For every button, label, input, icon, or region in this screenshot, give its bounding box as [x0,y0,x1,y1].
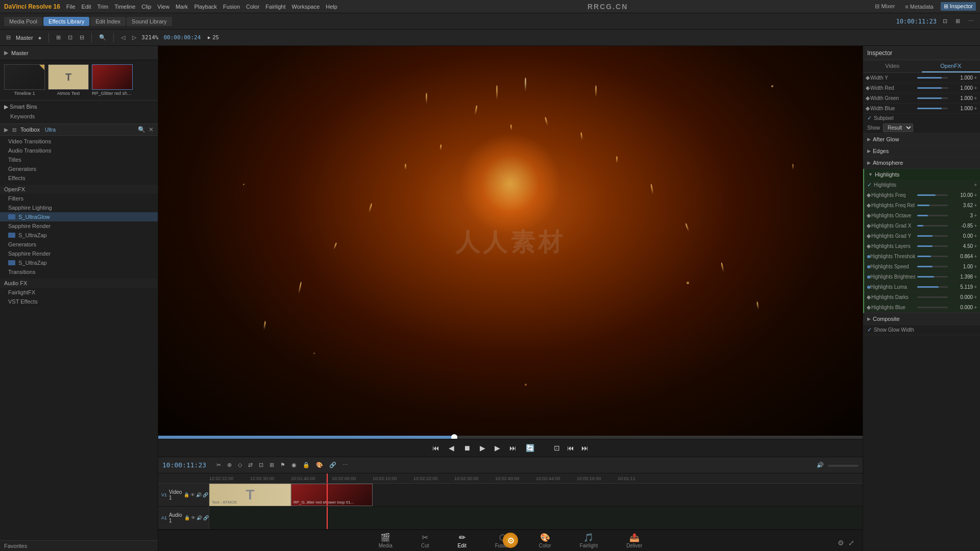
toolbox-s-ultraglow[interactable]: S_UltraGlow [0,212,158,221]
hfreq-add[interactable]: + [974,192,977,198]
tl-vol-slider[interactable] [828,465,859,467]
settings-icon-bottom[interactable]: ⚙ [838,539,844,547]
toolbox-fairlightfx[interactable]: FairlightFX [0,288,158,297]
smart-bins-keywords[interactable]: Keywords [4,112,154,120]
video-clip[interactable]: RP_G..litter red shower loop 01... [291,484,373,506]
hgrady-add[interactable]: + [974,233,977,239]
toolbox-sapphire-render[interactable]: Sapphire Render [0,221,158,231]
hluma-slider[interactable] [917,286,948,288]
v-eye-btn[interactable]: 👁 [190,492,195,497]
hbright-add[interactable]: + [974,274,977,280]
toolbox-video-transitions[interactable]: Video Transitions [0,137,158,146]
toolbox-audio-transitions[interactable]: Audio Transitions [0,146,158,155]
next-clip-btn[interactable]: ⏭ [579,443,591,453]
hgradx-slider[interactable] [917,225,948,227]
hoct-add[interactable]: + [974,213,977,218]
toolbox-transitions[interactable]: Transitions [0,267,158,277]
toolbox-openfx-title[interactable]: OpenFX [0,185,158,194]
edges-header[interactable]: ▶ Edges [863,145,980,157]
width-y-slider[interactable] [917,77,948,79]
tl-blade-btn[interactable]: ◇ [236,461,244,469]
hfreqx-add[interactable]: + [974,203,977,208]
nav-media[interactable]: 🎬 Media [364,531,407,550]
split-view-btn[interactable]: ⊞ [953,17,962,26]
hlayers-slider[interactable] [917,245,948,247]
loop-btn[interactable]: 🔄 [524,443,536,453]
tl-move-btn[interactable]: ⊡ [257,461,265,469]
hthresh-slider[interactable] [917,256,948,257]
arrow-left[interactable]: ◁ [119,33,127,42]
tl-swap-btn[interactable]: ⇄ [246,461,255,469]
prev-frame-btn[interactable]: ◀ [447,443,456,453]
arrow-right[interactable]: ▷ [130,33,138,42]
skip-to-start-btn[interactable]: ⏮ [430,443,442,453]
hfreqx-slider[interactable] [917,205,948,206]
toolbox-generators[interactable]: Generators [0,164,158,173]
nav-cut[interactable]: ✂ Cut [407,531,444,550]
menu-fairlight[interactable]: Fairlight [265,4,285,10]
hbright-slider[interactable] [917,276,948,278]
layout-btn-2[interactable]: ⊡ [66,33,75,42]
hdarks-add[interactable]: + [974,294,977,300]
tl-link-btn[interactable]: 🔗 [327,461,338,469]
a-lock-btn[interactable]: 🔒 [184,515,190,520]
after-glow-header[interactable]: ▶ After Glow [863,134,980,145]
v-link-btn[interactable]: 🔗 [203,492,208,497]
hgradx-add[interactable]: + [974,223,977,229]
hblue-add[interactable]: + [974,305,977,310]
play-btn[interactable]: ▶ [478,443,487,453]
video-preview[interactable]: 人人素材 [158,46,863,439]
text-clip[interactable]: T Text - ATMOS [209,484,291,506]
video-track-content[interactable]: T Text - ATMOS RP_G..litter red shower l… [209,484,863,506]
width-blue-add[interactable]: + [974,106,977,111]
hlayers-add[interactable]: + [974,243,977,249]
toolbox-effects[interactable]: Effects [0,173,158,183]
tl-flag-btn[interactable]: ⚑ [278,461,287,469]
highlights-add[interactable]: + [974,182,977,188]
hthresh-add[interactable]: + [974,254,977,259]
layout-btn-3[interactable]: ⊟ [78,33,86,42]
fullscreen-preview-btn[interactable]: ⊡ [552,443,562,453]
width-red-slider[interactable] [917,87,948,89]
tab-video[interactable]: Video [863,60,922,72]
menu-color[interactable]: Color [246,4,259,10]
highlights-checkbox[interactable]: ✓ [867,182,872,188]
a-mute-btn[interactable]: 🔊 [197,515,202,520]
scrubber-handle[interactable] [451,434,457,439]
toolbox-filters-title[interactable]: Filters [0,194,158,203]
panel-toggle[interactable]: ⊟ [4,33,13,42]
preview-scrubber[interactable] [158,436,863,439]
smart-bins-title[interactable]: ▶ Smart Bins [4,104,154,110]
toolbox-search-icon[interactable]: 🔍 [138,126,145,133]
hblue-slider[interactable] [917,307,948,308]
hfreq-slider[interactable] [917,194,948,196]
settings-btn[interactable]: ⋯ [966,17,976,26]
hspeed-add[interactable]: + [974,264,977,269]
menu-playback[interactable]: Playback [194,4,217,10]
width-red-add[interactable]: + [974,85,977,91]
stop-btn[interactable]: ⏹ [461,443,473,453]
prev-clip-btn[interactable]: ⏮ [565,443,576,453]
toolbox-vst-effects[interactable]: VST Effects [0,297,158,306]
hspeed-slider[interactable] [917,266,948,267]
menu-timeline[interactable]: Timeline [114,4,135,10]
tl-mark-btn[interactable]: ◉ [289,461,299,469]
skip-to-end-btn[interactable]: ⏭ [507,443,519,453]
toolbox-s-ultrazap2[interactable]: S_UltraZap [0,258,158,267]
tab-openfx[interactable]: OpenFX [922,60,981,72]
inspector-button[interactable]: ⊞ Inspector [941,2,976,11]
show-dropdown[interactable]: Result [883,123,913,132]
menu-view[interactable]: View [157,4,169,10]
nav-edit[interactable]: ✏ Edit [443,531,480,550]
audio-track-content[interactable] [209,507,863,529]
fullscreen-btn[interactable]: ⊡ [941,17,949,26]
a-eye-btn[interactable]: 👁 [191,515,195,520]
tab-edit-index[interactable]: Edit Index [90,17,126,26]
width-blue-slider[interactable] [917,108,948,109]
nav-deliver[interactable]: 📤 Deliver [612,531,656,550]
toolbox-sapphire-render2[interactable]: Sapphire Render [0,249,158,258]
a-link-btn[interactable]: 🔗 [203,515,209,520]
tab-sound-library[interactable]: Sound Library [127,17,172,26]
next-frame-btn[interactable]: ▶ [493,443,502,453]
tl-more-btn[interactable]: ⋯ [340,461,350,469]
